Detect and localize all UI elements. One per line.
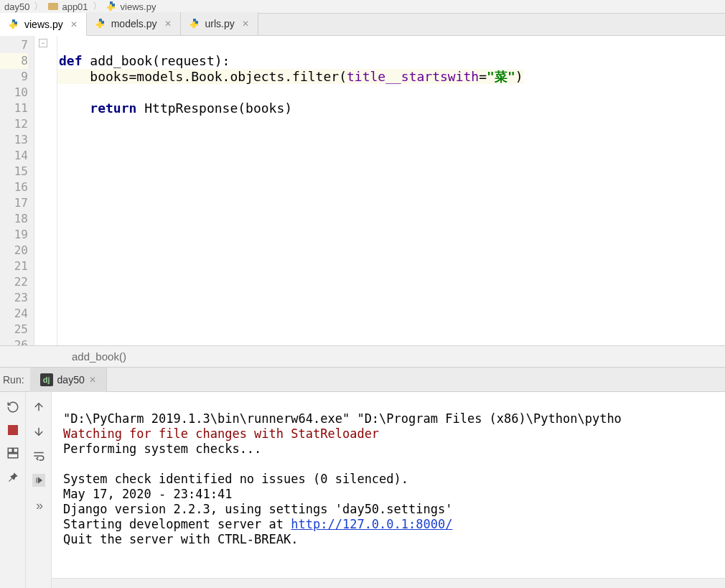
breadcrumb-item[interactable]: views.py (106, 1, 156, 12)
run-toolbar-outer (0, 392, 26, 588)
code-text: = (479, 69, 487, 84)
console-line: Watching for file changes with StatReloa… (63, 426, 379, 441)
editor-tabs: views.py ✕ models.py ✕ urls.py ✕ (0, 13, 725, 36)
breadcrumb: day50 〉 app01 〉 views.py (0, 0, 725, 13)
soft-wrap-icon[interactable] (32, 449, 45, 462)
close-icon[interactable]: ✕ (70, 19, 78, 29)
pin-icon[interactable] (6, 471, 19, 484)
line-number-gutter: 7891011121314151617181920212223242526 (0, 36, 34, 345)
console-output[interactable]: "D:\PyCharm 2019.1.3\bin\runnerw64.exe" … (52, 392, 725, 588)
layout-icon[interactable] (6, 447, 19, 459)
console-line: May 17, 2020 - 23:41:41 (63, 487, 232, 501)
svg-rect-0 (48, 3, 58, 10)
run-config-name: day50 (57, 374, 85, 386)
tab-label: models.py (111, 18, 157, 29)
close-icon[interactable]: ✕ (242, 19, 249, 29)
tab-label: views.py (24, 19, 63, 30)
stop-icon[interactable] (8, 425, 18, 435)
console-line: Starting development server at http://12… (63, 517, 452, 531)
scroll-up-icon[interactable] (32, 401, 45, 414)
console-text: Starting development server at (63, 517, 291, 531)
more-icon[interactable]: » (36, 498, 41, 513)
console-line: Django version 2.2.3, using settings 'da… (63, 502, 452, 516)
chevron-right-icon: 〉 (34, 0, 43, 13)
svg-rect-2 (13, 448, 17, 452)
fold-toggle-icon[interactable]: − (39, 39, 47, 47)
python-file-icon (190, 18, 201, 29)
tab-models[interactable]: models.py ✕ (87, 12, 181, 35)
code-editor[interactable]: 7891011121314151617181920212223242526 − … (0, 36, 725, 346)
folder-icon (47, 1, 59, 12)
fold-column: − (34, 36, 57, 345)
run-label: Run: (3, 374, 30, 386)
console-line: Performing system checks... (63, 442, 261, 456)
run-toolbar-inner: » (26, 392, 52, 588)
breadcrumb-item[interactable]: app01 (47, 1, 88, 12)
scroll-to-end-icon[interactable] (32, 474, 45, 487)
breadcrumb-label: views.py (121, 1, 156, 12)
tab-label: urls.py (205, 18, 235, 29)
horizontal-scrollbar[interactable] (52, 578, 725, 588)
code-text: books=models.Book.objects.filter( (59, 69, 347, 84)
close-icon[interactable]: ✕ (164, 19, 172, 29)
breadcrumb-label: app01 (62, 1, 88, 12)
svg-rect-1 (8, 448, 12, 452)
close-icon[interactable]: ✕ (89, 375, 96, 385)
chevron-right-icon: 〉 (93, 0, 102, 13)
code-area[interactable]: def add_book(request): books=models.Book… (57, 36, 725, 345)
keyword: return (90, 101, 136, 116)
run-panel-header: Run: dj day50 ✕ (0, 368, 725, 392)
python-file-icon (95, 18, 107, 29)
rerun-icon[interactable] (6, 401, 19, 414)
context-bar: add_book() (0, 346, 725, 368)
tab-views[interactable]: views.py ✕ (0, 13, 87, 36)
context-path: add_book() (72, 350, 126, 363)
console-line: System check identified no issues (0 sil… (63, 472, 408, 486)
python-file-icon (9, 19, 20, 30)
server-url-link[interactable]: http://127.0.0.1:8000/ (291, 517, 452, 531)
code-text: ) (515, 69, 523, 84)
parameter: title__startswith (347, 69, 479, 84)
function-name: add_book (90, 53, 152, 68)
highlighted-line: books=models.Book.objects.filter(title__… (57, 69, 523, 84)
scroll-down-icon[interactable] (32, 425, 45, 438)
run-panel: » "D:\PyCharm 2019.1.3\bin\runnerw64.exe… (0, 392, 725, 588)
code-text: HttpResponse(books) (136, 101, 292, 116)
django-icon: dj (40, 373, 53, 386)
console-line: Quit the server with CTRL-BREAK. (63, 532, 299, 546)
svg-rect-3 (8, 454, 18, 458)
tab-urls[interactable]: urls.py ✕ (181, 12, 258, 35)
python-file-icon (106, 1, 118, 12)
code-text: (request): (152, 53, 230, 68)
console-line: "D:\PyCharm 2019.1.3\bin\runnerw64.exe" … (63, 411, 622, 426)
string-literal: "菜" (487, 69, 515, 84)
breadcrumb-item[interactable]: day50 (4, 1, 29, 12)
keyword: def (59, 53, 83, 68)
run-configuration-tab[interactable]: dj day50 ✕ (30, 368, 107, 392)
